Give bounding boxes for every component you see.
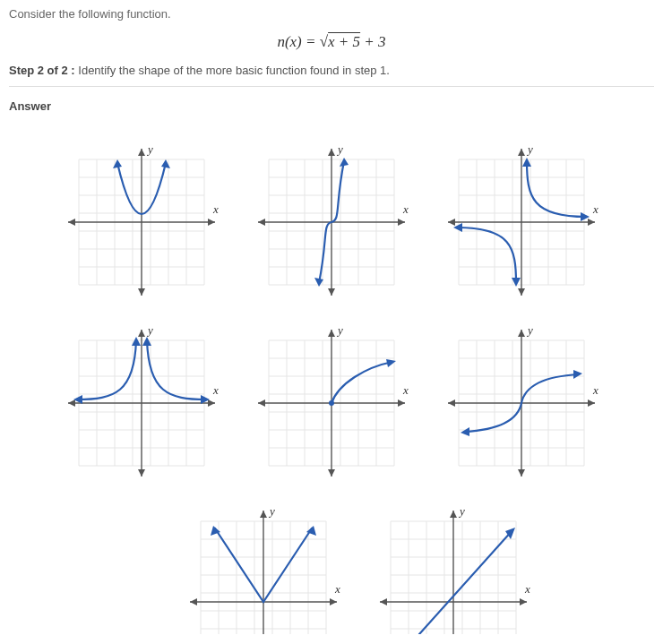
sqrt-symbol: √ (320, 33, 328, 50)
svg-marker-42 (398, 219, 405, 226)
svg-marker-145 (518, 469, 525, 477)
option-reciprocal[interactable]: x y (439, 140, 604, 305)
formula-tail: + 3 (360, 33, 385, 50)
svg-marker-20 (138, 149, 145, 156)
step-label: Step 2 of 2 : (9, 64, 75, 77)
x-axis-label: x (524, 582, 530, 596)
svg-marker-143 (448, 399, 455, 407)
y-axis-label: y (458, 504, 465, 518)
svg-marker-44 (328, 149, 335, 156)
answer-heading: Answer (9, 99, 654, 113)
svg-point-122 (329, 400, 334, 406)
y-axis-label: y (336, 142, 343, 156)
option-cube-root[interactable]: x y (439, 321, 604, 485)
svg-marker-165 (330, 598, 337, 605)
svg-marker-188 (380, 598, 387, 605)
svg-marker-167 (260, 511, 267, 518)
step-text: Identify the shape of the more basic fun… (75, 64, 390, 77)
svg-marker-147 (573, 370, 582, 379)
svg-marker-119 (258, 399, 265, 407)
svg-marker-43 (258, 219, 265, 226)
svg-marker-118 (398, 399, 405, 407)
x-axis-label: x (402, 383, 409, 397)
option-linear[interactable]: x y (371, 502, 536, 634)
x-axis-label: x (402, 202, 409, 216)
y-axis-label: y (146, 323, 153, 337)
x-axis-label: x (592, 202, 598, 216)
svg-marker-144 (518, 330, 525, 337)
svg-marker-142 (588, 399, 595, 407)
x-axis-label: x (334, 582, 340, 596)
svg-marker-93 (68, 399, 75, 407)
prompt-text: Consider the following function. (9, 7, 654, 21)
formula-lhs: n(x) = (277, 33, 319, 50)
svg-marker-68 (518, 149, 525, 156)
svg-marker-69 (518, 288, 525, 296)
option-cubic[interactable]: x y (249, 140, 414, 305)
y-axis-label: y (526, 142, 533, 156)
option-absolute-value[interactable]: x y (181, 502, 346, 634)
function-formula: n(x) = √x + 5 + 3 (9, 33, 654, 51)
svg-marker-166 (190, 598, 197, 605)
svg-marker-95 (138, 469, 145, 477)
y-axis-label: y (336, 323, 343, 337)
y-axis-label: y (268, 504, 275, 518)
svg-marker-120 (328, 330, 335, 337)
graph-row: x y x y (9, 321, 654, 485)
sqrt-argument: x + 5 (328, 33, 360, 50)
divider (9, 86, 654, 87)
svg-marker-67 (448, 219, 455, 226)
svg-marker-187 (520, 598, 527, 605)
svg-marker-45 (328, 288, 335, 296)
option-sqrt[interactable]: x y (249, 321, 414, 485)
svg-marker-189 (450, 511, 457, 518)
svg-marker-21 (138, 288, 145, 296)
step-line: Step 2 of 2 : Identify the shape of the … (9, 64, 654, 77)
option-reciprocal-squared[interactable]: x y (59, 321, 224, 485)
svg-marker-94 (138, 330, 145, 337)
graph-row: x y x y (9, 502, 654, 634)
x-axis-label: x (592, 383, 598, 397)
svg-marker-19 (68, 219, 75, 226)
x-axis-label: x (212, 383, 219, 397)
y-axis-label: y (526, 323, 533, 337)
option-parabola[interactable]: x y (59, 140, 224, 305)
y-axis-label: y (146, 142, 153, 156)
svg-marker-121 (328, 469, 335, 477)
svg-marker-92 (208, 399, 215, 407)
svg-marker-146 (461, 427, 469, 436)
svg-marker-66 (588, 219, 595, 226)
svg-marker-18 (208, 219, 215, 226)
x-axis-label: x (212, 202, 219, 216)
graph-row: x y x y (9, 140, 654, 305)
